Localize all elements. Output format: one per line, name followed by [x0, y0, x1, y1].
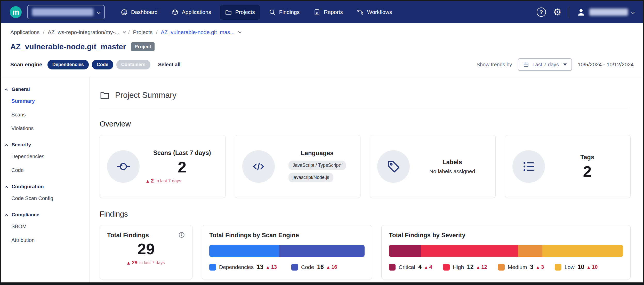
engine-pill-dependencies[interactable]: Dependencies	[47, 60, 89, 69]
caret-down-icon	[563, 64, 567, 66]
gear-icon[interactable]: ⚙	[553, 7, 561, 17]
nav-item-dashboard[interactable]: Dashboard	[116, 5, 163, 20]
chevron-down-icon	[97, 10, 101, 14]
total-findings-delta: ▲ 29 in last 7 days	[107, 260, 185, 266]
delta-value: 12	[481, 264, 487, 270]
severity-legend: Critical 4 ▲4 High 12 ▲12 Medium 3	[389, 264, 623, 271]
breadcrumb-projects[interactable]: Projects	[133, 29, 153, 35]
legend-swatch	[443, 264, 450, 271]
legend-item-medium: Medium 3 ▲3	[498, 264, 544, 271]
chevron-down-icon[interactable]	[238, 30, 242, 33]
card-title: Tags	[580, 154, 594, 161]
nav-item-projects[interactable]: Projects	[220, 5, 260, 20]
card-title: Total Findings by Severity	[389, 232, 623, 239]
select-all-link[interactable]: Select all	[158, 62, 181, 68]
legend-swatch	[291, 264, 298, 271]
delta-up-icon: ▲	[267, 265, 269, 269]
sidebar-section-general: General Summary Scans Violations	[1, 81, 90, 136]
legend-value: 12	[467, 264, 474, 271]
trends-period-dropdown[interactable]: Last 7 days	[518, 58, 572, 71]
sidebar-item-violations[interactable]: Violations	[5, 122, 87, 135]
scans-card: Scans (Last 7 days) 2 ▲ 2 in last 7 days	[100, 135, 226, 198]
nav-item-findings[interactable]: Findings	[264, 5, 305, 20]
breadcrumb-separator: /	[156, 29, 157, 35]
title-row: AZ_vulnerable-node.git_master Project	[1, 38, 643, 53]
trends-period-value: Last 7 days	[533, 62, 559, 68]
help-icon[interactable]: ?	[537, 7, 546, 17]
legend-value: 4	[418, 264, 422, 271]
sidebar-item-scans[interactable]: Scans	[5, 108, 87, 122]
legend-delta: ▲10	[587, 264, 598, 270]
bar-segment-medium	[518, 245, 542, 257]
project-summary-header: Project Summary	[100, 90, 631, 100]
delta-up-icon: ▲	[146, 179, 149, 183]
sidebar-header-configuration[interactable]: Configuration	[5, 182, 87, 192]
bar-segment-code	[279, 245, 365, 257]
sidebar-item-dependencies[interactable]: Dependencies	[5, 150, 87, 163]
workflow-icon	[357, 9, 364, 16]
bar-segment-critical	[389, 245, 421, 257]
card-title: Labels	[442, 159, 462, 166]
nav-label: Reports	[324, 9, 343, 15]
mend-logo[interactable]: m	[10, 6, 22, 18]
engine-pill-code[interactable]: Code	[92, 60, 113, 69]
findings-heading: Findings	[100, 210, 631, 218]
legend-delta: ▲13	[267, 264, 277, 270]
bar-segment-dependencies	[209, 245, 279, 257]
label-tag-icon	[377, 150, 410, 183]
sidebar-item-attribution[interactable]: Attribution	[5, 233, 87, 247]
breadcrumb-project-name[interactable]: AZ_vulnerable-node.git_mas...	[161, 29, 235, 35]
chevron-down-icon[interactable]	[123, 30, 126, 33]
folder-icon	[225, 9, 232, 16]
scan-engine-label: Scan engine	[10, 61, 42, 68]
sidebar-item-code[interactable]: Code	[5, 163, 87, 177]
legend-label: Dependencies	[219, 264, 254, 270]
chevron-up-icon	[5, 214, 8, 217]
sidebar-section-security: Security Dependencies Code	[1, 136, 90, 178]
card-title: Languages	[301, 149, 334, 157]
sidebar-header-compliance[interactable]: Compliance	[5, 210, 87, 220]
organization-selector[interactable]	[27, 5, 105, 19]
delta-value: 4	[429, 264, 432, 270]
legend-label: Medium	[508, 264, 527, 270]
legend-item-critical: Critical 4 ▲4	[389, 264, 432, 271]
total-findings-card: Total Findings 29 ▲ 29 in last 7 days	[100, 225, 192, 279]
page-title: AZ_vulnerable-node.git_master	[10, 42, 126, 51]
legend-delta: ▲3	[536, 264, 544, 270]
delta-value: 10	[592, 264, 598, 270]
labels-card: Labels No labels assigned	[370, 135, 496, 198]
sidebar-section-compliance: Compliance SBOM Attribution	[1, 206, 90, 248]
chevron-down-icon	[631, 10, 635, 14]
code-language-icon	[242, 150, 275, 183]
nav-item-applications[interactable]: Applications	[166, 5, 216, 20]
sidebar-header-general[interactable]: General	[5, 84, 87, 94]
info-icon[interactable]	[178, 232, 185, 238]
calendar-icon	[523, 61, 529, 68]
search-icon	[269, 9, 276, 16]
delta-up-icon: ▲	[477, 265, 480, 269]
legend-label: Low	[565, 264, 575, 270]
legend-swatch	[389, 264, 396, 271]
nav-item-workflows[interactable]: Workflows	[352, 5, 397, 20]
sidebar-section-configuration: Configuration Code Scan Config	[1, 178, 90, 206]
breadcrumb-separator: /	[128, 29, 130, 35]
sidebar-item-code-scan-config[interactable]: Code Scan Config	[5, 192, 87, 205]
delta-value: 29	[132, 260, 138, 266]
breadcrumb-applications[interactable]: Applications	[10, 29, 39, 35]
breadcrumb: Applications / AZ_ws-repo-integration/my…	[1, 23, 643, 38]
delta-value: 13	[271, 264, 277, 270]
findings-by-scan-engine-card: Total Findings by Scan Engine Dependenci…	[202, 225, 372, 279]
report-icon	[313, 9, 320, 16]
redacted-user-name	[589, 9, 628, 16]
breadcrumb-application-name[interactable]: AZ_ws-repo-integration/my-...	[48, 29, 119, 35]
legend-swatch	[498, 264, 505, 271]
sidebar-item-sbom[interactable]: SBOM	[5, 220, 87, 233]
sidebar-header-security[interactable]: Security	[5, 140, 87, 150]
sidebar-item-summary[interactable]: Summary	[5, 94, 87, 108]
nav-item-reports[interactable]: Reports	[308, 5, 348, 20]
severity-stacked-bar	[389, 245, 623, 257]
section-label: General	[12, 86, 30, 92]
user-menu[interactable]	[576, 7, 634, 17]
no-labels-text: No labels assigned	[429, 168, 475, 175]
divider	[569, 6, 569, 18]
